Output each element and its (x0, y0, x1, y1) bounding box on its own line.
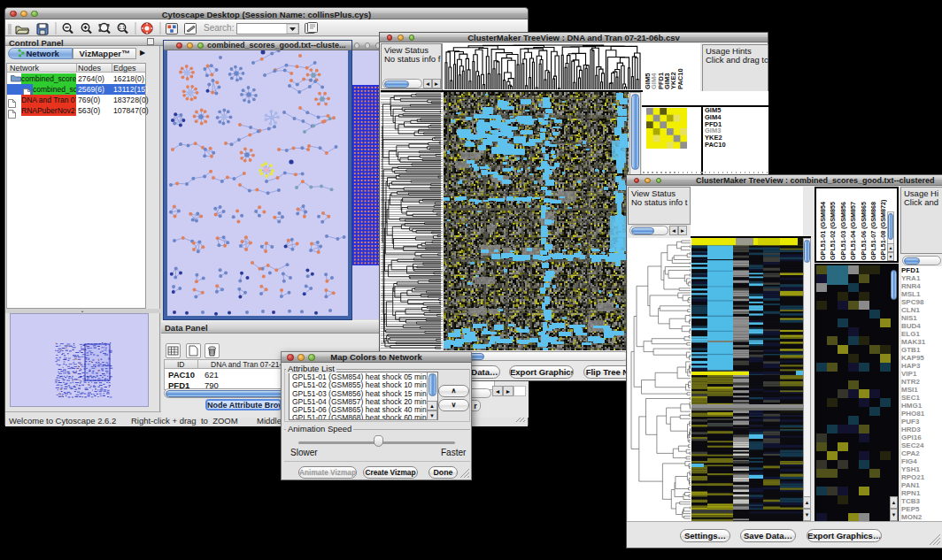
svg-text:1:1: 1:1 (119, 25, 125, 30)
svg-text:Search:: Search: (204, 23, 234, 33)
